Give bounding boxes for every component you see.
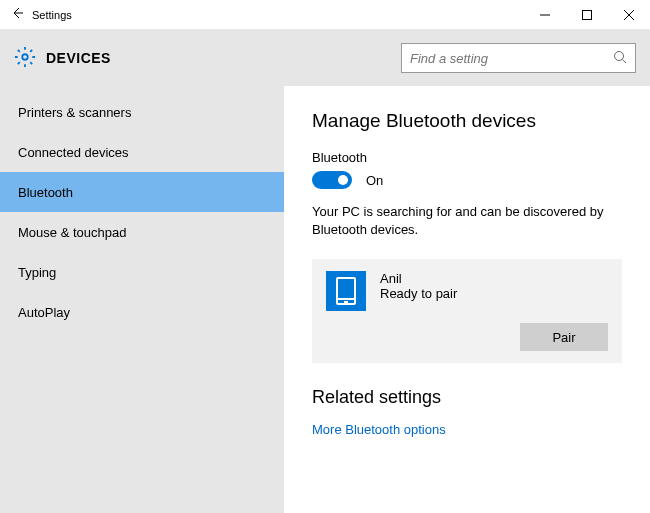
sidebar-item-label: Bluetooth [18,185,73,200]
pair-row: Pair [326,323,608,351]
device-status: Ready to pair [380,286,608,301]
sidebar-item-bluetooth[interactable]: Bluetooth [0,172,284,212]
device-name: Anil [380,271,608,286]
bluetooth-toggle[interactable] [312,171,352,189]
pair-button[interactable]: Pair [520,323,608,351]
window-controls [524,1,650,29]
maximize-button[interactable] [566,1,608,29]
sidebar: Printers & scanners Connected devices Bl… [0,86,284,513]
search-icon [613,50,627,67]
svg-rect-1 [583,10,592,19]
content: Manage Bluetooth devices Bluetooth On Yo… [284,86,650,513]
toggle-row: On [312,171,622,189]
svg-point-4 [22,54,28,60]
phone-icon [326,271,366,311]
svg-rect-7 [337,278,355,304]
toggle-state-label: On [366,173,383,188]
header: DEVICES [0,30,650,86]
sidebar-item-label: AutoPlay [18,305,70,320]
device-row: Anil Ready to pair [326,271,608,311]
device-info: Anil Ready to pair [380,271,608,301]
titlebar: Settings [0,0,650,30]
minimize-button[interactable] [524,1,566,29]
sidebar-item-mouse[interactable]: Mouse & touchpad [0,212,284,252]
sidebar-item-label: Connected devices [18,145,129,160]
device-card[interactable]: Anil Ready to pair Pair [312,259,622,363]
related-settings-title: Related settings [312,387,622,408]
more-bluetooth-options-link[interactable]: More Bluetooth options [312,422,622,437]
back-arrow-icon[interactable] [10,6,24,23]
sidebar-item-label: Typing [18,265,56,280]
sidebar-item-label: Printers & scanners [18,105,131,120]
sidebar-item-typing[interactable]: Typing [0,252,284,292]
info-text: Your PC is searching for and can be disc… [312,203,622,239]
bluetooth-label: Bluetooth [312,150,622,165]
svg-line-6 [623,59,627,63]
titlebar-title: Settings [32,9,72,21]
sidebar-item-printers[interactable]: Printers & scanners [0,92,284,132]
header-title: DEVICES [46,50,111,66]
search-input[interactable] [410,51,613,66]
sidebar-item-autoplay[interactable]: AutoPlay [0,292,284,332]
gear-icon [14,46,36,71]
sidebar-item-label: Mouse & touchpad [18,225,126,240]
main: Printers & scanners Connected devices Bl… [0,86,650,513]
toggle-thumb [338,175,348,185]
page-title: Manage Bluetooth devices [312,110,622,132]
search-box[interactable] [401,43,636,73]
sidebar-item-connected-devices[interactable]: Connected devices [0,132,284,172]
close-button[interactable] [608,1,650,29]
svg-point-5 [615,51,624,60]
